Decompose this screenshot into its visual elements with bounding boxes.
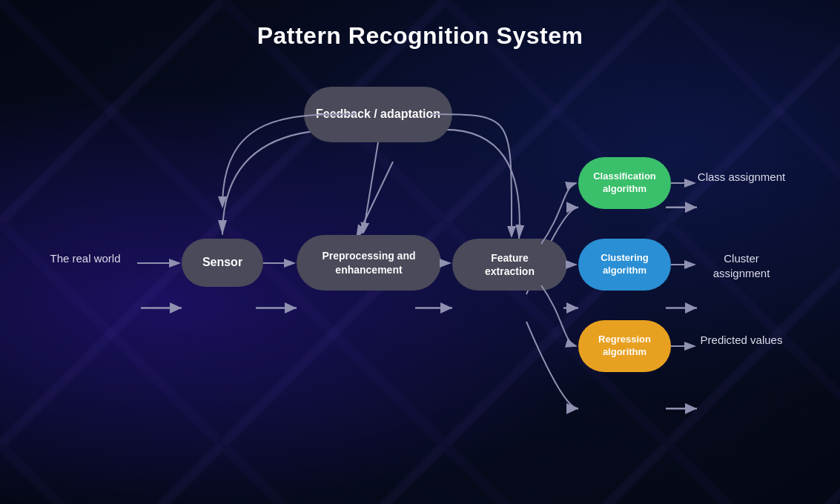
cluster-assignment-label: Cluster assignment — [697, 251, 786, 280]
preprocessing-node: Preprocessing andenhancement — [297, 235, 441, 291]
svg-line-18 — [363, 142, 378, 233]
class-assignment-label: Class assignment — [697, 170, 786, 185]
diagram: Feedback / adaptation The real world Sen… — [30, 79, 810, 482]
predicted-values-label: Predicted values — [697, 333, 786, 348]
feature-extraction-node: Featureextraction — [452, 239, 567, 291]
real-world-label: The real world — [37, 251, 133, 266]
feedback-node: Feedback / adaptation — [304, 87, 452, 142]
classification-node: Classificationalgorithm — [578, 157, 671, 209]
page-title: Pattern Recognition System — [257, 22, 583, 50]
clustering-node: Clusteringalgorithm — [578, 239, 671, 291]
regression-node: Regressionalgorithm — [578, 320, 671, 372]
sensor-node: Sensor — [182, 239, 263, 287]
svg-line-9 — [356, 162, 393, 239]
